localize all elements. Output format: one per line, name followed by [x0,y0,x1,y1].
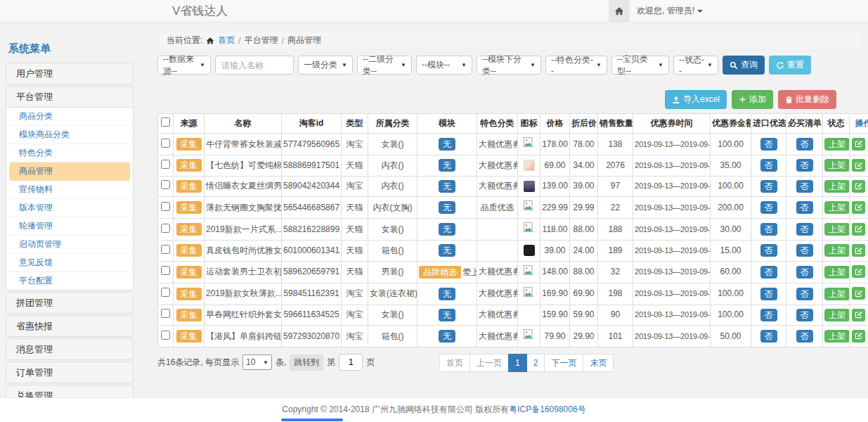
import-optimal-badge[interactable]: 否 [760,159,777,172]
status-badge[interactable]: 上架 [824,138,850,151]
page-button[interactable]: 1 [508,354,527,372]
import-optimal-badge[interactable]: 否 [760,309,777,321]
edit-button[interactable] [852,223,865,236]
import-optimal-badge[interactable]: 否 [760,201,777,214]
page-button[interactable]: 末页 [583,354,614,372]
must-buy-badge[interactable]: 否 [796,201,813,214]
search-button[interactable]: 查询 [723,56,765,75]
row-checkbox[interactable] [161,139,170,148]
module-badge: 无 [439,223,455,236]
must-buy-badge[interactable]: 否 [796,330,813,343]
edit-button[interactable] [852,265,865,278]
import-optimal-badge[interactable]: 否 [760,138,777,151]
page-button[interactable]: 上一页 [469,354,509,372]
sidebar-group-header[interactable]: 消息管理 [6,339,133,359]
sidebar-subitem-特色分类[interactable]: 特色分类 [6,144,133,162]
sidebar-subitem-轮播管理[interactable]: 轮播管理 [6,217,133,236]
sidebar-subitem-宣传物料[interactable]: 宣传物料 [6,181,133,199]
import-optimal-badge[interactable]: 否 [760,244,777,257]
user-menu[interactable]: 欢迎您, 管理员! [637,0,703,22]
page-button[interactable]: 首页 [439,354,470,372]
status-badge[interactable]: 上架 [824,309,850,321]
must-buy-badge[interactable]: 否 [796,288,813,300]
sidebar-subitem-商品管理[interactable]: 商品管理 [9,162,130,181]
reset-button[interactable]: 重置 [769,56,811,75]
page-button[interactable]: 2 [526,354,545,372]
breadcrumb-home-link[interactable]: 首页 [218,34,235,46]
filter-select[interactable]: --数据来源-- ▼ [157,56,211,75]
row-checkbox[interactable] [161,160,170,169]
filter-select[interactable]: --宝贝类型-- ▼ [611,56,669,75]
must-buy-badge[interactable]: 否 [796,159,813,172]
page-button[interactable]: 下一页 [544,354,583,372]
filter-select[interactable]: --特色分类-- ▼ [545,56,607,75]
import-optimal-badge[interactable]: 否 [760,266,777,279]
batch-delete-button[interactable]: 批量删除 [778,90,836,109]
edit-button[interactable] [852,244,865,257]
row-checkbox[interactable] [161,309,170,318]
sidebar-subitem-模块商品分类[interactable]: 模块商品分类 [6,126,133,144]
jump-page-input[interactable] [339,354,363,371]
status-badge[interactable]: 上架 [824,288,850,300]
must-buy-badge[interactable]: 否 [796,244,813,257]
must-buy-badge[interactable]: 否 [796,266,813,279]
row-checkbox[interactable] [161,245,170,254]
sidebar-subitem-启动页管理[interactable]: 启动页管理 [6,236,133,254]
row-checkbox[interactable] [161,224,170,233]
edit-button[interactable] [852,330,865,343]
import-optimal-badge[interactable]: 否 [760,330,777,343]
sidebar-subitem-版本管理[interactable]: 版本管理 [6,199,133,217]
status-badge[interactable]: 上架 [824,159,850,172]
import-optimal-badge[interactable]: 否 [760,180,777,193]
status-badge[interactable]: 上架 [824,180,850,193]
edit-button[interactable] [852,201,865,214]
row-checkbox[interactable] [161,180,170,189]
filter-select[interactable]: 一级分类 ▼ [298,56,353,75]
edit-button[interactable] [852,180,865,193]
sidebar-group-header[interactable]: 拼团管理 [6,293,133,313]
edit-button[interactable] [852,309,865,321]
must-buy-badge[interactable]: 否 [796,223,813,236]
sidebar-subitem-意见反馈[interactable]: 意见反馈 [6,254,133,272]
sidebar-group-header[interactable]: 平台管理 [6,87,133,108]
status-badge[interactable]: 上架 [824,223,850,236]
add-button[interactable]: 添加 [732,90,773,109]
edit-button[interactable] [852,287,865,300]
sidebar-subitem-商品分类[interactable]: 商品分类 [6,108,133,126]
icp-link[interactable]: 粤ICP备16098006号 [509,404,585,414]
sidebar-group-header[interactable]: 用户管理 [6,63,133,84]
filter-select[interactable]: --状态-- ▼ [673,56,718,75]
home-button[interactable] [609,0,630,22]
chevron-down-icon: ▼ [200,62,205,68]
import-optimal-badge[interactable]: 否 [760,288,777,300]
select-all-checkbox[interactable] [161,117,170,127]
status-badge[interactable]: 上架 [824,330,850,343]
filter-select[interactable]: --二级分类-- ▼ [357,56,412,75]
row-checkbox[interactable] [161,266,170,275]
filter-select[interactable]: --模块-- ▼ [416,56,472,75]
horizontal-scrollbar-thumb[interactable] [281,418,343,421]
status-badge[interactable]: 上架 [824,266,850,279]
status-badge[interactable]: 上架 [824,201,850,214]
name-search-input[interactable] [215,56,294,75]
sidebar-group-header[interactable]: 订单管理 [6,362,133,383]
edit-button[interactable] [852,138,865,151]
edit-button[interactable] [852,159,865,172]
status-badge[interactable]: 上架 [824,244,850,257]
must-buy-badge[interactable]: 否 [796,180,813,193]
import-excel-button[interactable]: 导入excel [665,90,727,109]
sidebar-group-header[interactable]: 兑换管理 [6,385,133,397]
row-checkbox[interactable] [161,288,170,297]
must-buy-badge[interactable]: 否 [796,309,813,321]
row-checkbox[interactable] [161,331,170,340]
row-checkbox[interactable] [161,202,170,211]
import-optimal-badge[interactable]: 否 [760,223,777,236]
sidebar-group-header[interactable]: 省惠快报 [6,316,133,336]
jump-button[interactable]: 跳转到 [290,354,323,371]
must-buy-badge[interactable]: 否 [796,138,813,151]
edit-icon [855,140,862,148]
filter-select[interactable]: --模块下分类-- ▼ [477,56,541,75]
product-category: 箱包() [368,241,417,262]
per-page-select[interactable]: 10 ▼ [242,354,272,370]
sidebar-subitem-平台配置[interactable]: 平台配置 [6,272,133,290]
